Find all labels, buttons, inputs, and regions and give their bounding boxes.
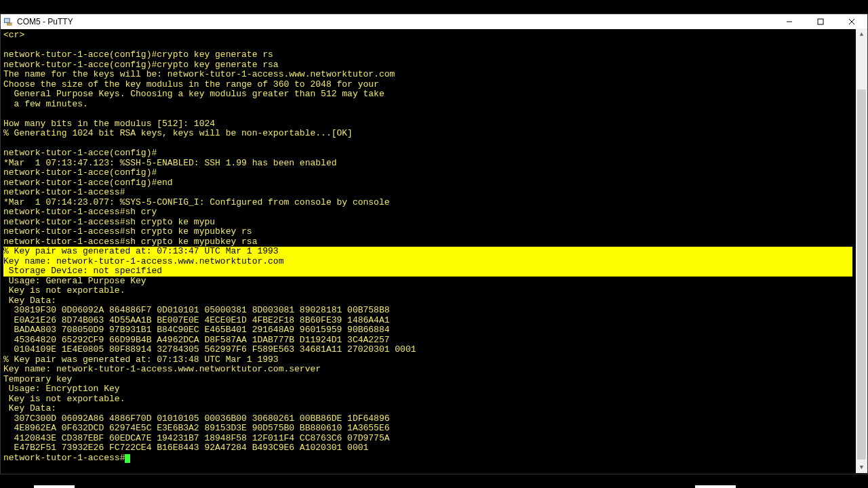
svg-rect-6 bbox=[818, 19, 823, 24]
close-button[interactable] bbox=[836, 14, 867, 29]
svg-rect-1 bbox=[5, 19, 9, 22]
taskbar-item[interactable] bbox=[695, 485, 736, 488]
window-titlebar[interactable]: COM5 - PuTTY bbox=[1, 14, 867, 29]
scroll-up-arrow[interactable]: ▲ bbox=[856, 28, 867, 40]
putty-window: COM5 - PuTTY <cr> network-tutor-1-acce(c… bbox=[0, 14, 868, 474]
maximize-button[interactable] bbox=[805, 14, 836, 29]
window-title: COM5 - PuTTY bbox=[17, 17, 73, 26]
terminal-output[interactable]: <cr> network-tutor-1-acce(config)#crypto… bbox=[1, 29, 867, 474]
scroll-thumb[interactable] bbox=[857, 89, 866, 460]
svg-rect-2 bbox=[7, 23, 12, 26]
vertical-scrollbar[interactable]: ▲ ▼ bbox=[856, 28, 867, 473]
highlighted-line: Key name: network-tutor-1-access.www.net… bbox=[3, 257, 852, 267]
highlighted-line: % Key pair was generated at: 07:13:47 UT… bbox=[3, 247, 852, 257]
putty-app-icon bbox=[3, 17, 13, 26]
minimize-button[interactable] bbox=[774, 14, 805, 29]
terminal-cursor bbox=[125, 454, 130, 463]
scroll-down-arrow[interactable]: ▼ bbox=[856, 462, 867, 473]
taskbar bbox=[0, 476, 868, 488]
highlighted-line: Storage Device: not specified bbox=[3, 266, 852, 277]
taskbar-item[interactable] bbox=[34, 485, 75, 488]
